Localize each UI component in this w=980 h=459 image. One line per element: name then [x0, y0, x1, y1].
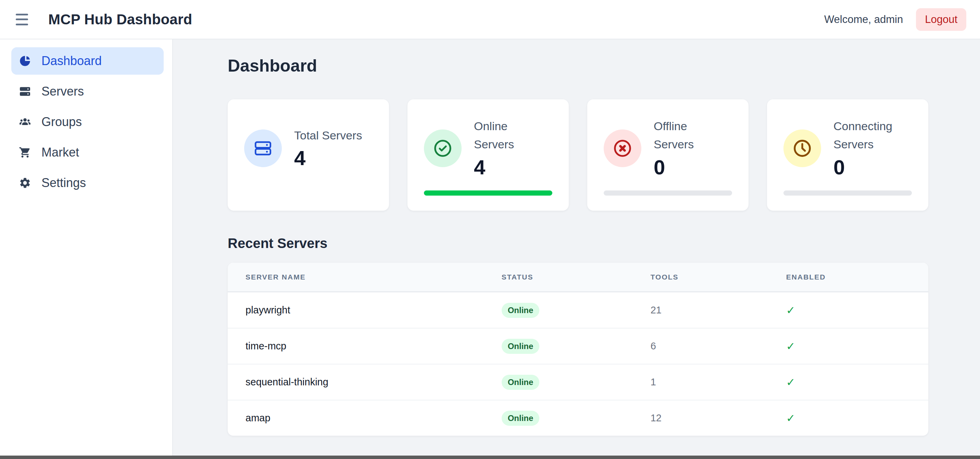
enabled-check-icon: ✓: [786, 304, 910, 317]
stat-card-online-servers: Online Servers 4: [407, 99, 569, 211]
sidebar-item-dashboard[interactable]: Dashboard: [11, 47, 164, 75]
users-icon: [19, 116, 31, 128]
stat-label: Offline Servers: [654, 117, 727, 153]
gear-icon: [19, 177, 31, 189]
recent-servers-table: SERVER NAME STATUS TOOLS ENABLED playwri…: [228, 263, 928, 436]
status-badge: Online: [502, 339, 540, 354]
sidebar-item-servers[interactable]: Servers: [11, 78, 164, 105]
page-title: Dashboard: [228, 56, 928, 76]
sidebar-item-label: Servers: [41, 84, 84, 99]
sidebar-item-label: Settings: [41, 176, 86, 190]
server-name: sequential-thinking: [245, 376, 502, 388]
stat-value: 4: [294, 146, 362, 170]
table-row: sequential-thinking Online 1 ✓: [228, 364, 928, 400]
tools-count: 6: [651, 341, 786, 352]
recent-servers-heading: Recent Servers: [228, 236, 928, 251]
table-row: time-mcp Online 6 ✓: [228, 328, 928, 364]
table-row: amap Online 12 ✓: [228, 400, 928, 436]
status-badge: Online: [502, 411, 540, 426]
stat-value: 0: [654, 156, 727, 179]
app-title: MCP Hub Dashboard: [48, 11, 192, 28]
enabled-check-icon: ✓: [786, 376, 910, 389]
server-name: amap: [245, 413, 502, 424]
stat-value: 0: [834, 156, 907, 179]
server-name: time-mcp: [245, 341, 502, 352]
offline-progress-bar: [604, 190, 732, 196]
sidebar-item-label: Dashboard: [41, 54, 102, 68]
check-circle-icon: [424, 129, 461, 167]
status-badge: Online: [502, 375, 540, 390]
table-row: playwright Online 21 ✓: [228, 292, 928, 328]
stat-card-connecting-servers: Connecting Servers 0: [767, 99, 928, 211]
online-progress-bar: [424, 190, 552, 196]
stat-value: 4: [474, 156, 547, 179]
clock-icon: [783, 129, 821, 167]
logout-button[interactable]: Logout: [916, 8, 966, 31]
cart-icon: [19, 146, 31, 159]
welcome-text: Welcome, admin: [824, 13, 903, 26]
stat-card-offline-servers: Offline Servers 0: [587, 99, 749, 211]
tools-count: 12: [651, 413, 786, 424]
stat-card-total-servers: Total Servers 4: [228, 99, 389, 211]
column-header-enabled: ENABLED: [786, 273, 910, 281]
top-header: MCP Hub Dashboard Welcome, admin Logout: [0, 0, 980, 40]
connecting-progress-bar: [783, 190, 912, 196]
column-header-tools: TOOLS: [651, 273, 786, 281]
sidebar-item-label: Groups: [41, 115, 82, 129]
sidebar-item-settings[interactable]: Settings: [11, 169, 164, 197]
main-content: Dashboard Total Serv: [173, 40, 980, 456]
sidebar-item-label: Market: [41, 145, 79, 159]
sidebar-item-market[interactable]: Market: [11, 139, 164, 166]
x-circle-icon: [604, 129, 641, 167]
tools-count: 1: [651, 376, 786, 388]
stat-label: Connecting Servers: [834, 117, 907, 153]
pie-chart-icon: [19, 55, 31, 67]
table-header-row: SERVER NAME STATUS TOOLS ENABLED: [228, 263, 928, 292]
enabled-check-icon: ✓: [786, 412, 910, 425]
stat-label: Total Servers: [294, 126, 362, 145]
stats-row: Total Servers 4: [228, 99, 928, 211]
stat-label: Online Servers: [474, 117, 547, 153]
server-icon: [19, 85, 31, 97]
status-badge: Online: [502, 303, 540, 318]
sidebar: Dashboard Servers: [0, 40, 173, 456]
menu-icon[interactable]: [16, 14, 29, 26]
window-bottom-edge: [0, 456, 980, 459]
sidebar-item-groups[interactable]: Groups: [11, 108, 164, 135]
column-header-server-name: SERVER NAME: [245, 273, 502, 281]
enabled-check-icon: ✓: [786, 340, 910, 353]
server-icon: [244, 129, 282, 167]
column-header-status: STATUS: [502, 273, 651, 281]
server-name: playwright: [245, 304, 502, 316]
tools-count: 21: [651, 304, 786, 316]
app-window: MCP Hub Dashboard Welcome, admin Logout …: [0, 0, 980, 456]
